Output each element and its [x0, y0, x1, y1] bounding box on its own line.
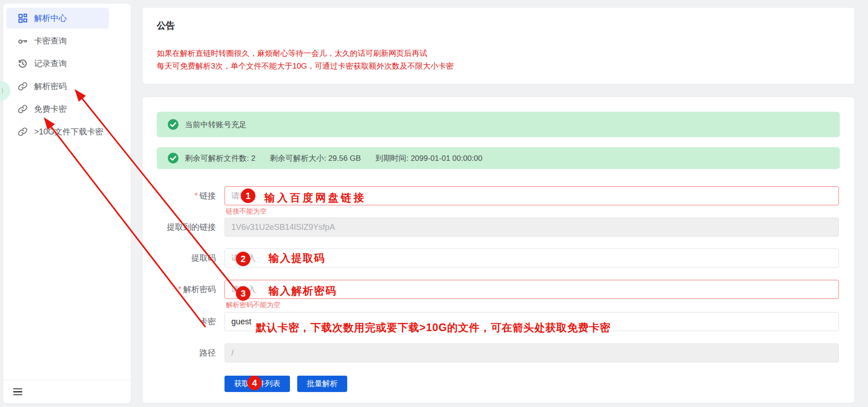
check-circle-icon	[167, 119, 179, 130]
required-mark: *	[178, 285, 181, 294]
sidebar-item-10g-card[interactable]: >10G文件下载卡密	[6, 121, 109, 142]
link-label: *链接	[143, 186, 216, 205]
sidebar-item-label: 免费卡密	[34, 104, 67, 114]
quota-size-text: 剩余可解析大小: 29.56 GB	[270, 153, 361, 164]
form-buttons: 获取文件列表 批量解析	[224, 376, 354, 392]
extracted-link-input	[224, 218, 839, 237]
announcement-card: 公告 如果在解析直链时转圈很久，麻烦耐心等待一会儿，太久的话可刷新网页后再试 每…	[143, 8, 854, 84]
history-icon	[18, 59, 28, 69]
form-row-extract-code: 提取码	[143, 248, 854, 268]
sidebar-item-label: 卡密查询	[34, 35, 67, 46]
account-status-text: 当前中转账号充足	[185, 119, 247, 130]
announcement-line: 每天可免费解析3次，单个文件不能大于10G，可通过卡密获取额外次数及不限大小卡密	[157, 60, 854, 73]
link-input[interactable]	[224, 186, 839, 205]
card-key-input[interactable]	[224, 312, 839, 331]
expire-time-text: 到期时间: 2099-01-01 00:00:00	[375, 153, 482, 164]
get-file-list-button[interactable]: 获取文件列表	[224, 376, 290, 392]
sidebar-item-free-card[interactable]: 免费卡密	[6, 99, 109, 119]
path-label: 路径	[143, 343, 216, 362]
path-input	[224, 343, 839, 362]
form-row-parse-password: *解析密码 解析密码不能为空	[143, 280, 854, 299]
key-icon	[18, 36, 28, 46]
sidebar-item-parse-center[interactable]: 解析中心	[6, 8, 109, 29]
announcement-text: 如果在解析直链时转圈很久，麻烦耐心等待一会儿，太久的话可刷新网页后再试 每天可免…	[157, 47, 854, 73]
parse-form-card: 当前中转账号充足 剩余可解析文件数: 2 剩余可解析大小: 29.56 GB 到…	[143, 97, 854, 403]
sidebar-item-label: >10G文件下载卡密	[34, 126, 104, 137]
link-icon	[18, 81, 28, 91]
sidebar-item-record-query[interactable]: 记录查询	[6, 53, 109, 74]
extract-code-label: 提取码	[143, 248, 216, 268]
extracted-link-label: 提取到的链接	[143, 218, 216, 237]
form-row-extracted-link: 提取到的链接	[143, 218, 854, 237]
hamburger-icon[interactable]	[13, 387, 22, 397]
sidebar-item-parse-password[interactable]: 解析密码	[6, 76, 109, 97]
announcement-title: 公告	[157, 20, 854, 32]
sidebar-item-label: 解析中心	[34, 13, 67, 24]
announcement-line: 如果在解析直链时转圈很久，麻烦耐心等待一会儿，太久的话可刷新网页后再试	[157, 47, 854, 60]
link-icon	[18, 104, 28, 114]
sidebar-item-card-query[interactable]: 卡密查询	[6, 30, 109, 51]
check-circle-icon	[167, 152, 179, 164]
extract-code-input[interactable]	[224, 248, 839, 268]
parse-password-label: *解析密码	[143, 280, 216, 299]
batch-parse-button[interactable]: 批量解析	[297, 376, 347, 392]
quota-status-alert: 剩余可解析文件数: 2 剩余可解析大小: 29.56 GB 到期时间: 2099…	[157, 147, 840, 169]
form-row-link: *链接 链接不能为空	[143, 186, 854, 205]
parse-password-input[interactable]	[224, 280, 839, 299]
form-row-path: 路径	[143, 343, 854, 362]
link-icon	[18, 127, 28, 137]
card-key-label: 卡密	[143, 312, 216, 331]
quota-files-text: 剩余可解析文件数: 2	[185, 153, 255, 164]
sidebar-item-label: 解析密码	[34, 81, 67, 92]
grid-icon	[18, 13, 28, 23]
parse-password-error-text: 解析密码不能为空	[226, 301, 280, 309]
sidebar-item-label: 记录查询	[34, 58, 67, 69]
account-status-alert: 当前中转账号充足	[157, 112, 840, 137]
sidebar: 解析中心 卡密查询 记录查询	[3, 4, 131, 403]
sidebar-menu: 解析中心 卡密查询 记录查询	[3, 4, 131, 142]
required-mark: *	[195, 191, 198, 200]
sidebar-footer	[3, 380, 131, 403]
form-row-card-key: 卡密	[143, 312, 854, 331]
link-error-text: 链接不能为空	[226, 207, 267, 216]
